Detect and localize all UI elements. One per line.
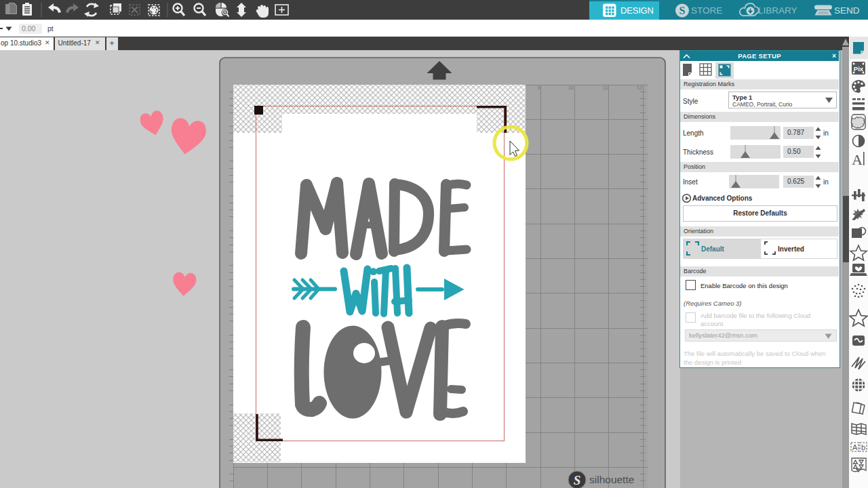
svg-text:S: S xyxy=(574,473,581,487)
svg-text:S: S xyxy=(679,5,686,16)
svg-text:Pix: Pix xyxy=(854,65,864,73)
svg-text:11: 11 xyxy=(603,85,608,91)
svg-text:DESIGN: DESIGN xyxy=(620,5,654,16)
svg-text:9: 9 xyxy=(538,85,540,91)
svg-text:STORE: STORE xyxy=(691,5,722,16)
svg-text:b: b xyxy=(861,443,865,451)
svg-text:LIBRARY: LIBRARY xyxy=(758,5,797,16)
svg-text:12: 12 xyxy=(637,85,642,91)
svg-text:A: A xyxy=(852,443,858,451)
svg-text:silhouette: silhouette xyxy=(589,474,634,485)
svg-text:SEND: SEND xyxy=(834,5,860,16)
svg-text:A: A xyxy=(852,151,863,168)
svg-text:10: 10 xyxy=(568,85,574,91)
